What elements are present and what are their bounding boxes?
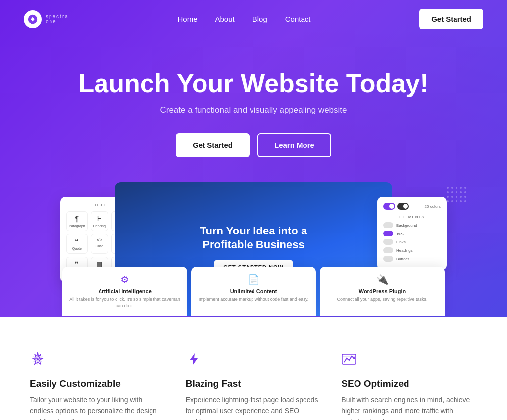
logo[interactable]: spectra one — [24, 10, 69, 28]
nav-blog[interactable]: Blog — [253, 15, 267, 23]
svg-point-1 — [37, 358, 39, 360]
ai-desc: All it takes is for you to click. It's s… — [69, 296, 180, 309]
elements-label: ELEMENTS — [383, 215, 441, 219]
panel-item-heading[interactable]: H Heading — [91, 211, 108, 231]
panel-item-quote[interactable]: ❝ Quote — [66, 234, 88, 254]
fast-desc: Experience lightning-fast page load spee… — [186, 394, 322, 420]
toggle-dark[interactable] — [397, 203, 409, 210]
hero-buttons: Get Started Learn More — [79, 133, 429, 157]
feature-seo: SEO Optimized Built with search engines … — [341, 351, 477, 420]
element-background: Background — [383, 222, 441, 228]
palette-toggles — [383, 203, 409, 210]
content-title: Unlimited Content — [198, 288, 309, 294]
content-icon: 📄 — [198, 274, 309, 285]
nav-contact[interactable]: Contact — [285, 15, 311, 23]
toggle-purple[interactable] — [383, 203, 395, 210]
panel-item-code[interactable]: <> Code — [91, 234, 108, 254]
toggle-buttons[interactable] — [383, 256, 393, 262]
fast-icon — [186, 351, 322, 371]
wp-title: WordPress Plugin — [327, 288, 438, 294]
bottom-panel-wp: 🔌 WordPress Plugin Connect all your apps… — [320, 267, 445, 316]
bottom-panels: ⚙ Artificial Intelligence All it takes i… — [60, 267, 447, 316]
element-headings: Headings — [383, 247, 441, 253]
svg-point-3 — [353, 357, 355, 359]
element-links: Links — [383, 239, 441, 245]
panel-item-paragraph[interactable]: ¶ Paragraph — [66, 211, 88, 231]
feature-fast: Blazing Fast Experience lightning-fast p… — [186, 351, 322, 420]
svg-rect-2 — [342, 354, 356, 364]
screenshot-title: Turn Your Idea into a Profitable Busines… — [200, 224, 307, 252]
customizable-title: Easily Customizable — [30, 378, 166, 389]
ai-title: Artificial Intelligence — [69, 288, 180, 294]
hero-subtitle: Create a functional and visually appeali… — [79, 105, 429, 115]
wp-icon: 🔌 — [327, 274, 438, 285]
palette-panel: 25 colors ELEMENTS Background Text Links… — [377, 197, 447, 270]
bottom-panel-content: 📄 Unlimited Content Implement accurate m… — [191, 267, 316, 316]
hero-get-started-button[interactable]: Get Started — [176, 133, 250, 157]
toggle-links[interactable] — [383, 239, 393, 245]
logo-name: spectra one — [46, 14, 69, 24]
navbar-cta-button[interactable]: Get Started — [419, 9, 483, 29]
nav-links: Home About Blog Contact — [177, 15, 310, 24]
seo-desc: Built with search engines in mind, achie… — [341, 394, 477, 420]
seo-icon — [341, 351, 477, 371]
palette-count: 25 colors — [425, 204, 441, 209]
feature-customizable: Easily Customizable Tailor your website … — [30, 351, 166, 420]
hero-title: Launch Your Website Today! — [79, 69, 429, 97]
toggle-headings[interactable] — [383, 247, 393, 253]
seo-title: SEO Optimized — [341, 378, 477, 389]
customizable-icon — [30, 351, 166, 371]
bottom-panel-ai: ⚙ Artificial Intelligence All it takes i… — [62, 267, 187, 316]
nav-about[interactable]: About — [215, 15, 235, 23]
hero-learn-more-button[interactable]: Learn More — [257, 133, 331, 157]
element-buttons: Buttons — [383, 256, 441, 262]
element-text: Text — [383, 231, 441, 236]
customizable-desc: Tailor your website to your liking with … — [30, 394, 166, 420]
fast-title: Blazing Fast — [186, 378, 322, 389]
navbar: spectra one Home About Blog Contact Get … — [0, 0, 507, 38]
wp-desc: Connect all your apps, saving repetitive… — [327, 296, 438, 303]
nav-home[interactable]: Home — [177, 15, 197, 23]
logo-icon — [24, 10, 42, 28]
content-desc: Implement accurate markup without code f… — [198, 296, 309, 303]
hero-content: Launch Your Website Today! Create a func… — [79, 40, 429, 182]
toggle-text[interactable] — [383, 231, 393, 236]
dots-decoration — [447, 187, 466, 202]
toggle-background[interactable] — [383, 222, 393, 228]
ai-icon: ⚙ — [69, 274, 180, 285]
hero-section: Launch Your Website Today! Create a func… — [0, 0, 507, 317]
palette-row: 25 colors — [383, 203, 441, 210]
features-section: Easily Customizable Tailor your website … — [0, 317, 507, 420]
hero-screenshot: TEXT ¶ Paragraph H Heading ☰ List ❝ Quot… — [0, 182, 507, 316]
